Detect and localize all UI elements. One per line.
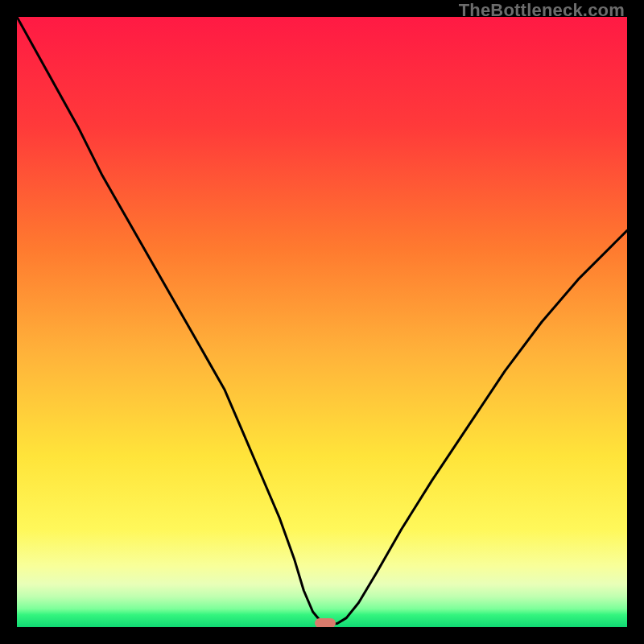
plot-area: [17, 17, 627, 627]
chart-frame: TheBottleneck.com: [0, 0, 644, 644]
background-gradient: [17, 17, 627, 627]
